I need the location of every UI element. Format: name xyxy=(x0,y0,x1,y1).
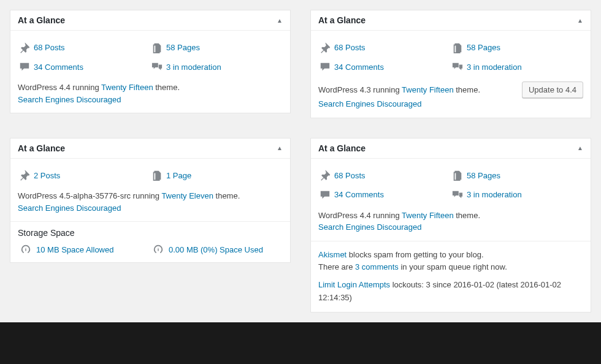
moderation-icon xyxy=(451,189,464,200)
widget-title: At a Glance xyxy=(18,143,65,153)
update-button[interactable]: Update to 4.4 xyxy=(522,82,583,98)
search-engines-link[interactable]: Search Engines Discouraged xyxy=(318,99,421,108)
posts-link[interactable]: 68 Posts xyxy=(334,42,366,54)
widget-title: At a Glance xyxy=(318,143,366,153)
storage-space-title: Storage Space xyxy=(10,221,290,240)
collapse-icon[interactable]: ▲ xyxy=(577,145,583,151)
comment-icon xyxy=(318,61,332,72)
widget-title: At a Glance xyxy=(318,15,366,25)
spam-text-pre: There are xyxy=(318,262,355,271)
widget-header: At a Glance ▲ xyxy=(10,138,290,159)
comment-icon xyxy=(318,189,332,200)
theme-link[interactable]: Twenty Fifteen xyxy=(402,85,454,94)
at-a-glance-widget: At a Glance ▲ 2 Posts 1 Page WordPress 4… xyxy=(10,138,291,264)
space-used-link[interactable]: 0.00 MB (0%) Space Used xyxy=(169,245,263,254)
comments-link[interactable]: 34 Comments xyxy=(34,61,83,74)
widget-title: At a Glance xyxy=(18,15,65,25)
akismet-link[interactable]: Akismet xyxy=(318,250,346,259)
posts-link[interactable]: 68 Posts xyxy=(334,170,366,182)
limit-login-link[interactable]: Limit Login Attempts xyxy=(318,280,390,289)
akismet-block: Akismet blocks spam from getting to your… xyxy=(311,241,591,312)
version-text-pre: WordPress 4.4 running xyxy=(318,211,402,220)
moderation-icon xyxy=(150,61,164,72)
pages-link[interactable]: 1 Page xyxy=(166,170,191,182)
moderation-icon xyxy=(451,61,464,72)
page-icon xyxy=(451,170,464,181)
posts-link[interactable]: 68 Posts xyxy=(34,42,65,54)
dashboard-icon xyxy=(20,244,34,255)
version-text-post: theme. xyxy=(454,85,480,94)
theme-link[interactable]: Twenty Eleven xyxy=(161,191,213,200)
version-text-post: theme. xyxy=(153,83,180,92)
space-allowed-link[interactable]: 10 MB Space Allowed xyxy=(36,245,113,254)
dashboard-icon xyxy=(153,244,166,255)
version-text-pre: WordPress 4.5-alpha-35776-src running xyxy=(18,191,161,200)
collapse-icon[interactable]: ▲ xyxy=(577,17,583,24)
pin-icon xyxy=(318,170,332,181)
search-engines-link[interactable]: Search Engines Discouraged xyxy=(18,203,121,213)
akismet-text: blocks spam from getting to your blog. xyxy=(346,250,483,259)
page-icon xyxy=(150,42,164,53)
at-a-glance-widget: At a Glance ▲ 68 Posts 58 Pages 34 Comm xyxy=(10,10,291,113)
moderation-link[interactable]: 3 in moderation xyxy=(467,189,522,201)
version-text-post: theme. xyxy=(454,211,480,220)
widget-body: 2 Posts 1 Page WordPress 4.5-alpha-35776… xyxy=(10,159,290,222)
version-text-post: theme. xyxy=(213,191,240,200)
spam-text-post: in your spam queue right now. xyxy=(399,262,507,271)
pages-link[interactable]: 58 Pages xyxy=(467,170,500,182)
at-a-glance-widget: At a Glance ▲ 68 Posts 58 Pages 34 Comm xyxy=(310,10,591,118)
widget-header: At a Glance ▲ xyxy=(10,10,290,31)
widget-body: 68 Posts 58 Pages 34 Comments 3 in moder… xyxy=(311,159,591,241)
theme-link[interactable]: Twenty Fifteen xyxy=(402,211,454,220)
widget-header: At a Glance ▲ xyxy=(311,138,591,159)
collapse-icon[interactable]: ▲ xyxy=(277,145,283,151)
comments-link[interactable]: 34 Comments xyxy=(334,61,384,74)
at-a-glance-widget: At a Glance ▲ 68 Posts 58 Pages 34 Comm xyxy=(310,138,591,313)
moderation-link[interactable]: 3 in moderation xyxy=(166,61,221,74)
collapse-icon[interactable]: ▲ xyxy=(277,17,283,24)
pages-link[interactable]: 58 Pages xyxy=(166,42,200,54)
version-text-pre: WordPress 4.4 running xyxy=(18,83,101,92)
theme-link[interactable]: Twenty Fifteen xyxy=(101,83,153,92)
comment-icon xyxy=(18,61,31,72)
widget-body: 68 Posts 58 Pages 34 Comments 3 in moder… xyxy=(311,31,591,118)
widget-header: At a Glance ▲ xyxy=(311,10,591,31)
widget-body: 68 Posts 58 Pages 34 Comments 3 in moder… xyxy=(10,31,290,113)
page-icon xyxy=(451,42,464,53)
moderation-link[interactable]: 3 in moderation xyxy=(467,61,522,74)
pages-link[interactable]: 58 Pages xyxy=(467,42,500,54)
version-text-pre: WordPress 4.3 running xyxy=(318,85,402,94)
pin-icon xyxy=(318,42,332,53)
page-icon xyxy=(150,170,164,181)
pin-icon xyxy=(18,42,31,53)
comments-link[interactable]: 34 Comments xyxy=(334,189,384,201)
pin-icon xyxy=(18,170,31,181)
posts-link[interactable]: 2 Posts xyxy=(34,170,60,182)
search-engines-link[interactable]: Search Engines Discouraged xyxy=(18,95,121,104)
spam-comments-link[interactable]: 3 comments xyxy=(355,262,399,271)
search-engines-link[interactable]: Search Engines Discouraged xyxy=(318,222,421,232)
